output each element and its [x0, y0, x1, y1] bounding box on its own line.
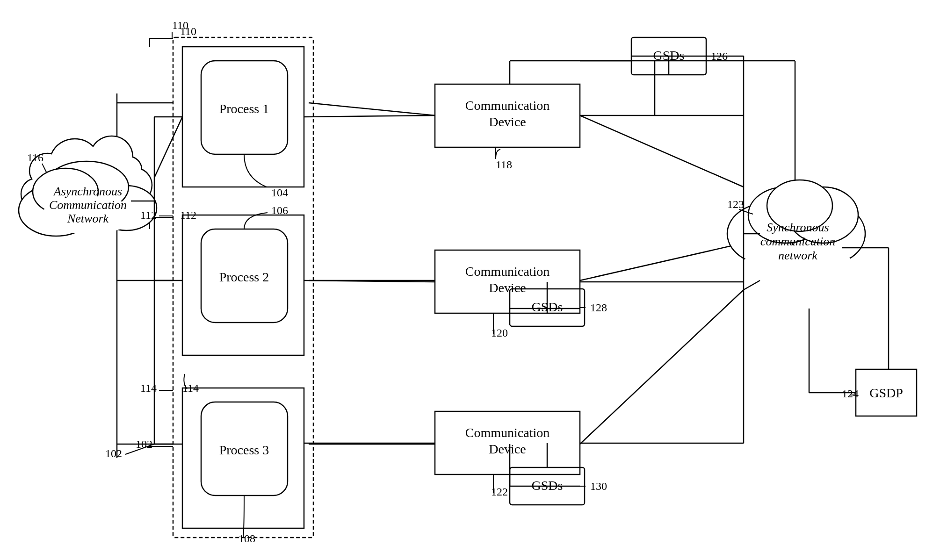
comm-device3-line2: Device: [489, 442, 526, 456]
comm-device3-line1: Communication: [465, 425, 550, 440]
async-network-label-line3: Network: [67, 212, 109, 225]
process1-label: Process 1: [219, 101, 269, 116]
diagram: Process 1 104 Process 2 106 Process 3 10…: [0, 0, 933, 560]
ref-128: 128: [590, 302, 607, 314]
sync-network-label-line2: communication: [760, 235, 835, 248]
ref-112-label: 112: [140, 209, 157, 221]
gsds3-label: GSDs: [532, 478, 563, 493]
ref-112: 112: [180, 209, 196, 221]
ref-123: 123: [727, 198, 744, 210]
ref-106: 106: [271, 204, 288, 216]
ref-102-label: 102: [105, 447, 122, 459]
ref-108: 108: [239, 532, 255, 545]
ref-104: 104: [271, 187, 288, 199]
ref-116: 116: [27, 151, 43, 164]
ref-110-label: 110: [172, 19, 188, 31]
comm-device1-line2: Device: [489, 115, 526, 129]
process3-label: Process 3: [219, 443, 269, 457]
sync-network-label-line1: Synchronous: [767, 221, 829, 234]
process2-label: Process 2: [219, 270, 269, 284]
ref-118: 118: [496, 158, 512, 171]
ref-130: 130: [590, 480, 607, 492]
comm-device2-line2: Device: [489, 280, 526, 295]
ref-102: 102: [136, 438, 152, 450]
ref-114-label: 114: [140, 382, 157, 394]
async-network-label-line2: Communication: [49, 198, 127, 212]
async-network-label-line1: Asynchronous: [53, 185, 122, 198]
sync-network-label-line3: network: [778, 249, 817, 262]
comm-device2-line1: Communication: [465, 264, 550, 279]
comm-device1-line1: Communication: [465, 98, 550, 113]
ref-124: 124: [842, 388, 859, 400]
gsdp-label: GSDP: [869, 386, 903, 400]
